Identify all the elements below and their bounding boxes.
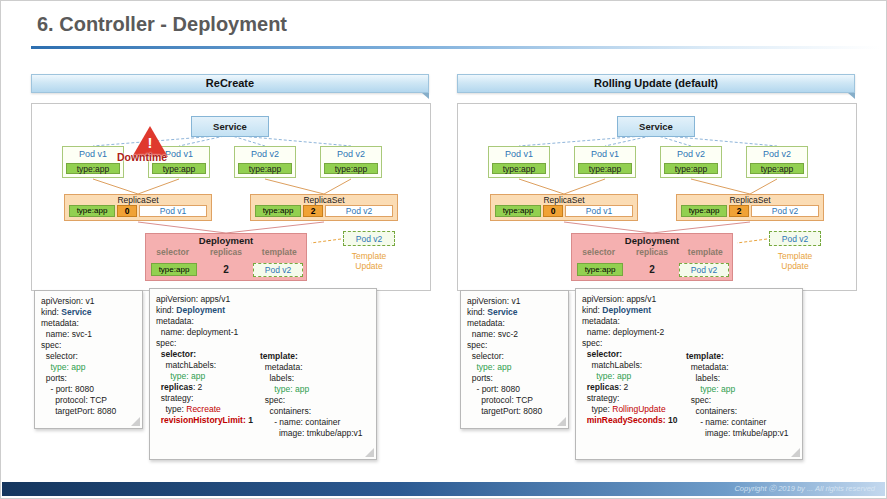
- yaml-line: type: RollingUpdate: [582, 404, 677, 415]
- yaml-line: revisionHistoryLimit: 1: [156, 415, 253, 426]
- yaml-line: selector:: [582, 349, 677, 360]
- pod-name: Pod v2: [235, 147, 295, 162]
- pod-box: Pod v1 type:app: [488, 146, 550, 178]
- yaml-line: name: deployment-1: [156, 327, 253, 338]
- deployment-title: Deployment: [146, 234, 306, 247]
- replicaset-row: type:app 0 Pod v1: [495, 205, 633, 217]
- yaml-line: matchLabels:: [156, 360, 253, 371]
- replicaset-box: ReplicaSet type:app 0 Pod v1: [490, 194, 638, 221]
- yaml-line: metadata:: [686, 362, 789, 373]
- yaml-line: - name: container: [260, 417, 363, 428]
- yaml-line: type: app: [467, 362, 542, 373]
- deployment-template-value: Pod v2: [679, 263, 729, 277]
- downtime-label: Downtime: [100, 151, 184, 163]
- service-yaml-note: apiVersion: v1kind: Servicemetadata: nam…: [460, 290, 569, 429]
- replicaset-replicas: 2: [729, 205, 749, 217]
- pod-selector-label: type:app: [66, 163, 120, 174]
- yaml-line: template:: [260, 351, 363, 362]
- yaml-line: metadata:: [156, 316, 253, 327]
- yaml-line: type: app: [686, 384, 789, 395]
- replicaset-row: type:app 2 Pod v2: [255, 205, 393, 217]
- deployment-box: Deployment selector replicas template ty…: [145, 233, 307, 281]
- template-pod-box: Pod v2: [343, 231, 395, 246]
- pod-box: Pod v2 type:app: [320, 146, 382, 178]
- replicaset-box: ReplicaSet type:app 2 Pod v2: [676, 194, 824, 221]
- yaml-line: protocol: TCP: [467, 395, 542, 406]
- yaml-column: apiVersion: apps/v1kind: Deploymentmetad…: [156, 294, 253, 426]
- service-box: Service: [191, 116, 269, 137]
- deployment-headers: selector replicas template: [146, 247, 306, 258]
- yaml-line: image: tmkube/app:v1: [686, 428, 789, 439]
- replicaset-pod: Pod v1: [565, 205, 633, 217]
- yaml-line: selector:: [156, 349, 253, 360]
- replicaset-replicas: 0: [117, 205, 137, 217]
- yaml-line: ports:: [467, 373, 542, 384]
- yaml-line: spec:: [41, 340, 116, 351]
- replicaset-row: type:app 2 Pod v2: [681, 205, 819, 217]
- title-divider: [31, 46, 880, 49]
- deployment-col-replicas: replicas: [199, 247, 252, 258]
- replicaset-selector: type:app: [495, 205, 541, 217]
- yaml-line: apiVersion: v1: [467, 296, 542, 307]
- deployment-values: type:app 2 Pod v2: [148, 262, 304, 277]
- deployment-box: Deployment selector replicas template ty…: [571, 233, 733, 281]
- panel-header: Rolling Update (default): [457, 74, 855, 93]
- template-update-label: Template Update: [763, 251, 827, 271]
- replicaset-title: ReplicaSet: [491, 195, 637, 205]
- yaml-line: labels:: [260, 373, 363, 384]
- yaml-line: spec:: [156, 338, 253, 349]
- pod-selector-label: type:app: [324, 163, 378, 174]
- yaml-line: spec:: [686, 395, 789, 406]
- deployment-replicas-value: 2: [649, 264, 655, 275]
- yaml-line: template:: [686, 351, 789, 362]
- yaml-line: kind: Service: [41, 307, 116, 318]
- yaml-line: - port: 8080: [41, 384, 116, 395]
- yaml-line: name: deployment-2: [582, 327, 677, 338]
- yaml-line: protocol: TCP: [41, 395, 116, 406]
- replicaset-title: ReplicaSet: [677, 195, 823, 205]
- panel-rolling-update: Rolling Update (default) Service Pod v1: [457, 74, 855, 460]
- yaml-line: kind: Deployment: [582, 305, 677, 316]
- replicaset-box: ReplicaSet type:app 2 Pod v2: [250, 194, 398, 221]
- yaml-line: labels:: [686, 373, 789, 384]
- yaml-line: containers:: [686, 406, 789, 417]
- yaml-line: apiVersion: v1: [41, 296, 116, 307]
- panel-header: ReCreate: [31, 74, 429, 93]
- yaml-column: apiVersion: v1kind: Servicemetadata: nam…: [41, 296, 116, 417]
- pod-box: Pod v2 type:app: [746, 146, 808, 178]
- deployment-replicas-value: 2: [223, 264, 229, 275]
- yaml-line: type: app: [41, 362, 116, 373]
- replicaset-title: ReplicaSet: [65, 195, 211, 205]
- yaml-line: name: svc-1: [41, 329, 116, 340]
- deployment-template-value: Pod v2: [253, 263, 303, 277]
- yaml-line: kind: Deployment: [156, 305, 253, 316]
- yaml-line: metadata:: [41, 318, 116, 329]
- pod-selector-label: type:app: [152, 163, 206, 174]
- yaml-line: matchLabels:: [582, 360, 677, 371]
- panel-title: ReCreate: [206, 77, 254, 89]
- service-yaml-note: apiVersion: v1kind: Servicemetadata: nam…: [34, 290, 143, 429]
- yaml-line: targetPort: 8080: [41, 406, 116, 417]
- pod-box: Pod v1 type:app: [574, 146, 636, 178]
- diagram-canvas: Service Pod v1 type:app Pod v1 type:app …: [31, 103, 431, 291]
- yaml-line: replicas: 2: [582, 382, 677, 393]
- panel-title: Rolling Update (default): [594, 77, 718, 89]
- panel-recreate: ReCreate Service Pod v1 type:app: [31, 74, 429, 460]
- yaml-line: kind: Service: [467, 307, 542, 318]
- template-update-label: Template Update: [337, 251, 401, 271]
- yaml-line: apiVersion: apps/v1: [156, 294, 253, 305]
- service-box: Service: [617, 116, 695, 137]
- deployment-col-selector: selector: [572, 247, 625, 258]
- footer-copyright: Copyright ⓒ 2019 by ... All rights reser…: [734, 484, 875, 494]
- pod-selector-label: type:app: [492, 163, 546, 174]
- pod-selector-label: type:app: [238, 163, 292, 174]
- yaml-line: ports:: [41, 373, 116, 384]
- yaml-line: containers:: [260, 406, 363, 417]
- deployment-col-template: template: [253, 247, 306, 258]
- pod-selector-label: type:app: [750, 163, 804, 174]
- replicaset-selector: type:app: [681, 205, 727, 217]
- deployment-values: type:app 2 Pod v2: [574, 262, 730, 277]
- yaml-line: type: Recreate: [156, 404, 253, 415]
- yaml-line: type: app: [156, 371, 253, 382]
- yaml-column: template: metadata: labels: type: app sp…: [260, 351, 363, 439]
